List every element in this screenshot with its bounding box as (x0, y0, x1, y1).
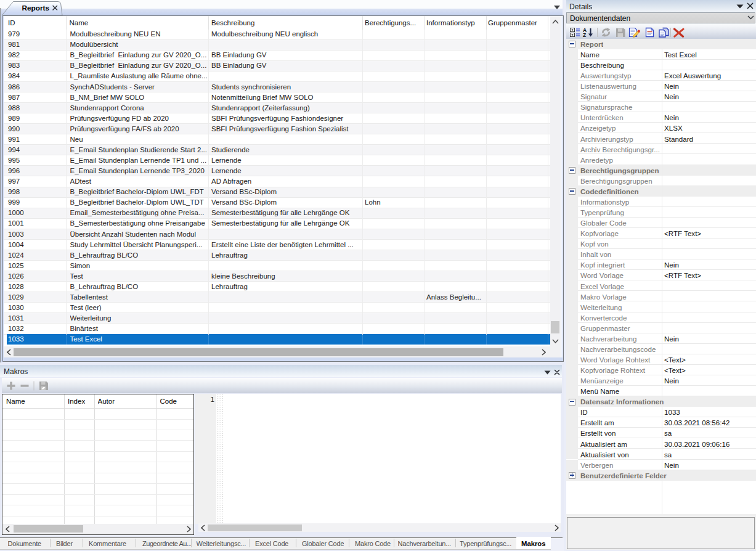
svg-text:Reports: Reports (22, 4, 50, 12)
svg-text:Z: Z (583, 32, 586, 38)
